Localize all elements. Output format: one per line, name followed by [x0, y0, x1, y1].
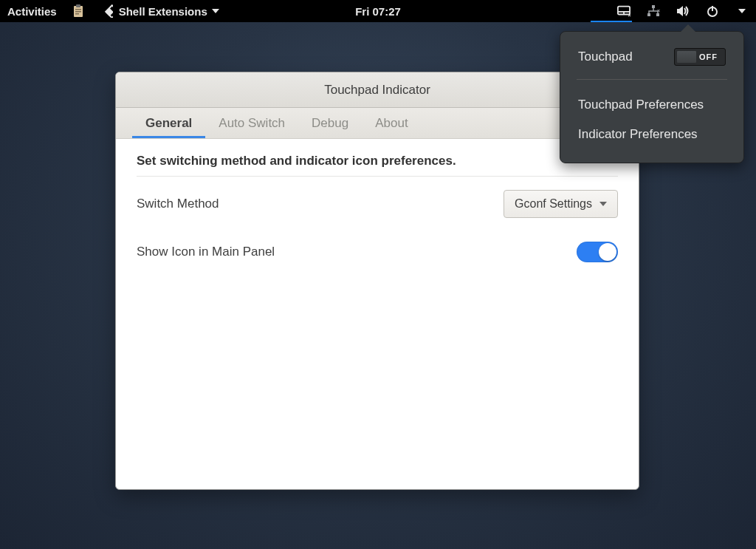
top-bar: Activities Shell Extensions Fri 07:27 × … — [0, 0, 756, 22]
clipboard-icon — [72, 4, 85, 18]
section-divider — [137, 176, 618, 177]
touchpad-toggle-row: Touchpad OFF — [560, 45, 743, 69]
tab-general[interactable]: General — [132, 108, 205, 138]
clock[interactable]: Fri 07:27 — [355, 5, 401, 18]
network-indicator[interactable]: × — [641, 4, 666, 18]
svg-rect-12 — [647, 13, 650, 16]
network-disconnected-icon: × — [647, 4, 660, 18]
chevron-down-icon — [212, 9, 219, 13]
svg-rect-6 — [105, 8, 112, 16]
touchpad-indicator-tray[interactable]: × — [611, 4, 636, 18]
chevron-down-icon — [738, 9, 746, 13]
chevron-down-icon — [599, 202, 607, 206]
touchpad-icon: × — [617, 4, 630, 18]
touchpad-preferences-link[interactable]: Touchpad Preferences — [560, 90, 743, 120]
system-menu-chevron[interactable] — [729, 9, 750, 13]
svg-rect-2 — [75, 9, 81, 10]
switch-method-label: Switch Method — [137, 197, 219, 211]
show-icon-label: Show Icon in Main Panel — [137, 245, 275, 259]
show-icon-row: Show Icon in Main Panel — [137, 242, 618, 262]
touchpad-toggle[interactable]: OFF — [674, 48, 726, 66]
indicator-preferences-link[interactable]: Indicator Preferences — [560, 120, 743, 149]
power-indicator[interactable] — [700, 4, 725, 18]
svg-rect-4 — [75, 13, 79, 15]
section-description: Set switching method and indicator icon … — [137, 154, 618, 168]
switch-method-row: Switch Method Gconf Settings — [137, 190, 618, 218]
app-menu-label: Shell Extensions — [119, 5, 207, 18]
svg-rect-11 — [652, 5, 655, 8]
toggle-knob — [676, 50, 697, 64]
switch-method-value: Gconf Settings — [515, 197, 592, 211]
active-indicator-underline — [591, 21, 632, 22]
tab-debug[interactable]: Debug — [298, 108, 362, 138]
activities-button[interactable]: Activities — [0, 0, 64, 22]
volume-icon — [676, 4, 690, 18]
touchpad-label: Touchpad — [578, 50, 633, 64]
extensions-icon — [100, 4, 113, 18]
touchpad-popover: Touchpad OFF Touchpad Preferences Indica… — [560, 31, 744, 163]
svg-rect-3 — [75, 11, 81, 13]
svg-text:×: × — [657, 8, 660, 13]
window-title: Touchpad Indicator — [324, 83, 430, 98]
app-menu[interactable]: Shell Extensions — [92, 0, 227, 22]
tab-content-general: Set switching method and indicator icon … — [116, 139, 639, 301]
switch-method-combo[interactable]: Gconf Settings — [504, 190, 618, 218]
tab-auto-switch[interactable]: Auto Switch — [205, 108, 298, 138]
tab-about[interactable]: About — [362, 108, 421, 138]
volume-indicator[interactable] — [670, 4, 695, 18]
svg-rect-1 — [76, 4, 80, 7]
switch-thumb — [599, 243, 616, 261]
power-icon — [706, 4, 719, 18]
show-icon-switch[interactable] — [577, 242, 618, 262]
svg-rect-13 — [656, 13, 659, 16]
svg-text:×: × — [628, 12, 630, 17]
popover-separator — [577, 79, 727, 80]
toggle-state-text: OFF — [699, 52, 718, 61]
clipboard-indicator[interactable] — [64, 0, 92, 22]
